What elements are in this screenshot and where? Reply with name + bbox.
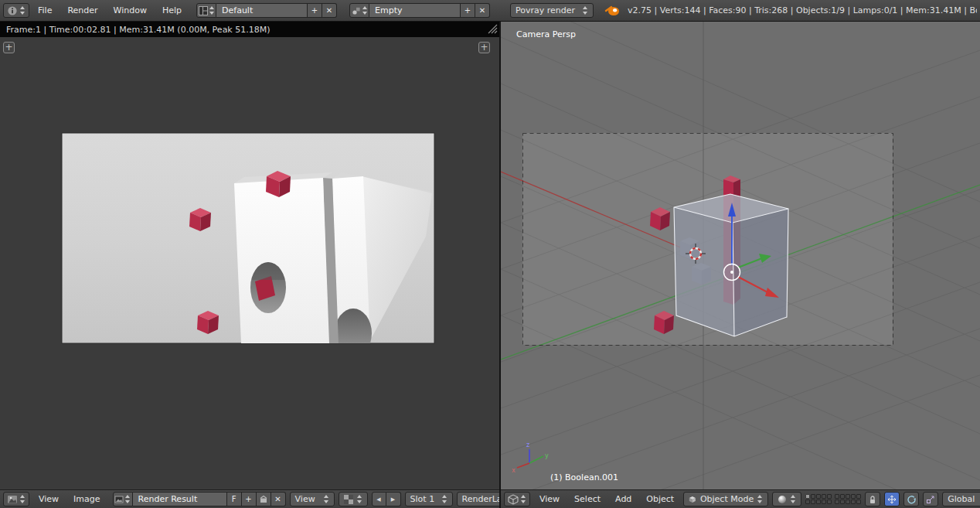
- updown-arrows-icon: [125, 495, 131, 503]
- add-screen-layout-button[interactable]: +: [308, 3, 322, 18]
- screen-layout-selector: Default + ✕: [196, 3, 337, 18]
- menu-render[interactable]: Render: [60, 1, 104, 21]
- scale-manipulator-button[interactable]: [923, 492, 938, 506]
- viewport-shading-icon: [778, 495, 787, 504]
- layer-toggle[interactable]: [851, 494, 856, 499]
- image-editor-type-button[interactable]: [3, 492, 29, 506]
- menu-view[interactable]: View: [534, 491, 565, 508]
- translate-manipulator-icon: [887, 495, 897, 504]
- panel-toggle-right[interactable]: +: [478, 42, 490, 53]
- next-slot-button[interactable]: ▶: [386, 492, 401, 506]
- menu-select[interactable]: Select: [569, 491, 606, 508]
- layer-toggle[interactable]: [822, 494, 826, 499]
- layer-toggle[interactable]: [846, 499, 850, 504]
- scene-browse-button[interactable]: [349, 3, 369, 18]
- layers-widget: [805, 494, 861, 504]
- orientation-label: Global: [948, 494, 975, 504]
- transform-orientation-dropdown[interactable]: Global: [942, 492, 980, 506]
- updown-arrows-icon: [20, 6, 26, 15]
- updown-arrows-icon: [583, 6, 588, 15]
- 3d-view-editor-type-button[interactable]: [504, 492, 530, 506]
- new-image-button[interactable]: +: [242, 492, 257, 506]
- pack-image-icon: [259, 495, 268, 504]
- updown-arrows-icon: [209, 6, 215, 15]
- prev-slot-button[interactable]: ◀: [372, 492, 386, 506]
- image-editor-header: View Image Render Result F +: [0, 489, 499, 508]
- fake-user-button[interactable]: F: [227, 492, 242, 506]
- layer-toggle[interactable]: [827, 499, 832, 504]
- delete-scene-button[interactable]: ✕: [475, 3, 490, 18]
- 3d-view-header: View Select Add Object Object Mode: [501, 489, 980, 508]
- area-corner-grip[interactable]: [488, 24, 498, 34]
- rotate-manipulator-button[interactable]: [903, 492, 919, 506]
- menu-object[interactable]: Object: [641, 491, 679, 508]
- image-browse-button[interactable]: [113, 492, 133, 506]
- mode-label: Object Mode: [700, 494, 754, 504]
- layer-toggle[interactable]: [851, 499, 856, 504]
- layer-toggle[interactable]: [811, 499, 815, 504]
- slot-dropdown[interactable]: Slot 1: [405, 492, 453, 506]
- 3d-view-editor-icon: [508, 494, 519, 505]
- viewport-shading-dropdown[interactable]: [772, 492, 801, 506]
- layer-toggle[interactable]: [856, 499, 861, 504]
- image-name-field[interactable]: Render Result: [133, 492, 227, 506]
- blender-window: File Render Window Help Default + ✕: [0, 0, 980, 508]
- screen-layout-name-field[interactable]: Default: [216, 3, 308, 18]
- layer-toggle[interactable]: [805, 499, 810, 504]
- render-engine-label: Povray render: [516, 5, 575, 15]
- slot-nav: ◀ ▶: [372, 492, 401, 506]
- scene-name-field[interactable]: Empty: [369, 3, 461, 18]
- image-canvas[interactable]: + +: [0, 37, 499, 489]
- red-cube-top: [266, 171, 291, 197]
- layer-toggle[interactable]: [840, 499, 845, 504]
- image-editor-area: Frame:1 | Time:00:02.81 | Mem:31.41M (0.…: [0, 22, 499, 508]
- render-layer-dropdown[interactable]: RenderLay: [457, 492, 499, 506]
- 3d-viewport[interactable]: z y x Camera Persp (1) Boolean.001: [501, 22, 980, 489]
- layer-toggle[interactable]: [811, 494, 815, 499]
- viewport-scene: z y x Camera Persp (1) Boolean.001: [501, 22, 980, 489]
- layer-toggle[interactable]: [846, 494, 850, 499]
- scene-icon: [352, 6, 361, 15]
- render-engine-dropdown[interactable]: Povray render: [510, 3, 594, 18]
- blender-logo: [604, 5, 620, 16]
- layer-toggle[interactable]: [856, 494, 861, 499]
- rotate-manipulator-icon: [907, 495, 916, 504]
- menu-add[interactable]: Add: [610, 491, 637, 508]
- view-mode-dropdown[interactable]: View: [290, 492, 335, 506]
- menu-window[interactable]: Window: [107, 1, 154, 21]
- screen-layout-browse-button[interactable]: [196, 3, 216, 18]
- menu-image[interactable]: Image: [68, 491, 105, 508]
- display-channels-dropdown[interactable]: [339, 492, 368, 506]
- render-info-bar: Frame:1 | Time:00:02.81 | Mem:31.41M (0.…: [0, 22, 499, 37]
- active-object-label: (1) Boolean.001: [550, 472, 618, 482]
- layer-toggle[interactable]: [835, 494, 839, 499]
- image-browse-icon: [114, 495, 124, 504]
- layer-toggle[interactable]: [816, 499, 821, 504]
- layer-toggle[interactable]: [805, 494, 810, 499]
- layer-toggle[interactable]: [822, 499, 826, 504]
- updown-arrows-icon: [357, 495, 362, 503]
- pack-image-button[interactable]: [257, 492, 271, 506]
- layer-toggle[interactable]: [840, 494, 845, 499]
- render-info-text: Frame:1 | Time:00:02.81 | Mem:31.41M (0.…: [6, 25, 271, 35]
- add-scene-button[interactable]: +: [461, 3, 475, 18]
- channels-icon: [344, 495, 353, 504]
- info-editor-icon: [7, 5, 18, 16]
- menu-help[interactable]: Help: [155, 1, 189, 21]
- scene-lock-button[interactable]: [865, 492, 880, 506]
- unlink-image-button[interactable]: ✕: [271, 492, 286, 506]
- mode-dropdown[interactable]: Object Mode: [683, 492, 768, 506]
- panel-toggle-left[interactable]: +: [3, 42, 15, 53]
- translate-manipulator-button[interactable]: [884, 492, 900, 506]
- info-editor-type-button[interactable]: [3, 3, 29, 18]
- updown-arrows-icon: [362, 6, 368, 15]
- layer-toggle[interactable]: [827, 494, 832, 499]
- delete-screen-layout-button[interactable]: ✕: [322, 3, 337, 18]
- svg-text:y: y: [545, 452, 549, 459]
- view-mode-label: View: [295, 494, 315, 504]
- layer-toggle[interactable]: [816, 494, 821, 499]
- layer-toggle[interactable]: [835, 499, 839, 504]
- menu-file[interactable]: File: [31, 1, 59, 21]
- menu-view[interactable]: View: [33, 491, 64, 508]
- image-datablock-selector: Render Result F + ✕: [113, 492, 286, 506]
